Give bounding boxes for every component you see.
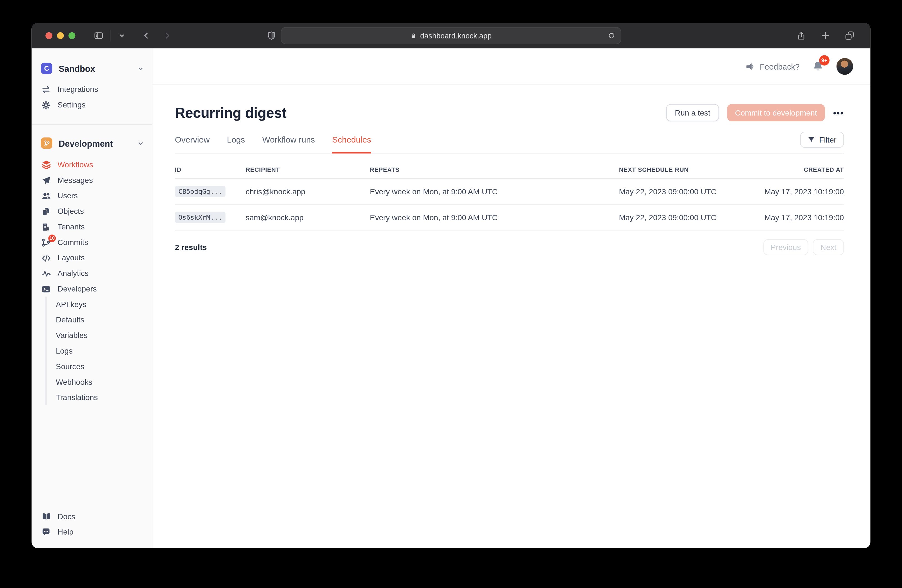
sidebar-item-help[interactable]: Help (32, 524, 152, 540)
objects-icon (41, 206, 51, 216)
account-name: Sandbox (59, 64, 95, 73)
sidebar-item-tenants[interactable]: Tenants (32, 219, 152, 235)
avatar[interactable] (836, 58, 853, 75)
titlebar-divider (110, 30, 110, 41)
megaphone-icon (745, 62, 755, 71)
users-icon (41, 191, 51, 200)
account-switcher[interactable]: C Sandbox (32, 60, 152, 77)
filter-icon (808, 136, 815, 143)
more-options-button[interactable]: ••• (833, 108, 844, 117)
sidebar-item-settings[interactable]: Settings (32, 97, 152, 113)
sidebar-item-objects[interactable]: Objects (32, 203, 152, 219)
tab-overview[interactable]: Overview (175, 135, 210, 153)
notifications-badge: 9+ (819, 55, 830, 66)
table-row[interactable]: CB5odqGg... chris@knock.app Every week o… (175, 179, 844, 205)
feedback-label: Feedback? (759, 62, 800, 71)
browser-window: dashboard.knock.app (32, 23, 871, 548)
sidebar-divider (32, 124, 152, 125)
building-icon (41, 222, 51, 231)
environment-icon (41, 138, 52, 149)
sidebar-toggle-icon[interactable] (90, 28, 106, 44)
sidebar-item-integrations[interactable]: Integrations (32, 81, 152, 97)
sidebar-item-docs[interactable]: Docs (32, 509, 152, 524)
integrations-icon (41, 85, 51, 94)
paper-plane-icon (41, 176, 51, 185)
feedback-button[interactable]: Feedback? (745, 62, 800, 71)
back-button[interactable] (138, 28, 154, 44)
schedule-id: Os6skXrM... (175, 211, 226, 223)
book-icon (41, 512, 51, 521)
code-brackets-icon (41, 253, 51, 263)
next-page-button[interactable]: Next (813, 239, 844, 255)
sidebar-item-messages[interactable]: Messages (32, 173, 152, 188)
sidebar-item-commits[interactable]: 10 Commits (32, 235, 152, 250)
sidebar-item-workflows[interactable]: Workflows (32, 157, 152, 173)
schedule-id: CB5odqGg... (175, 186, 226, 197)
browser-titlebar: dashboard.knock.app (32, 23, 871, 48)
lock-icon (410, 32, 417, 39)
chat-bubble-icon (41, 528, 51, 537)
column-header-repeats: REPEATS (370, 166, 619, 173)
chevron-down-icon (137, 139, 144, 147)
repeats-cell: Every week on Mon, at 9:00 AM UTC (370, 213, 619, 222)
address-bar[interactable]: dashboard.knock.app (281, 27, 622, 44)
sidebar-item-users[interactable]: Users (32, 188, 152, 203)
tab-schedules[interactable]: Schedules (332, 135, 371, 153)
terminal-icon (41, 284, 51, 294)
page-title: Recurring digest (175, 105, 287, 121)
sidebar-item-variables[interactable]: Variables (56, 328, 152, 343)
sidebar-menu-chevron-icon[interactable] (114, 28, 130, 44)
pulse-icon (41, 269, 51, 278)
sidebar-item-webhooks[interactable]: Webhooks (56, 374, 152, 390)
previous-page-button[interactable]: Previous (763, 239, 808, 255)
recipient-cell: chris@knock.app (246, 187, 370, 196)
tab-overview-icon[interactable] (842, 28, 858, 44)
environment-switcher[interactable]: Development (32, 135, 152, 151)
results-count: 2 results (175, 243, 207, 252)
chevron-down-icon (137, 64, 144, 72)
privacy-shield-icon[interactable] (267, 31, 276, 41)
new-tab-icon[interactable] (817, 28, 833, 44)
reload-icon[interactable] (608, 32, 615, 40)
column-header-id: ID (175, 166, 246, 173)
tab-workflow-runs[interactable]: Workflow runs (262, 135, 315, 153)
gear-icon (41, 100, 51, 109)
column-header-recipient: RECIPIENT (246, 166, 370, 173)
sidebar-item-analytics[interactable]: Analytics (32, 266, 152, 281)
column-header-created-at: CREATED AT (804, 166, 844, 173)
forward-button[interactable] (159, 28, 175, 44)
filter-button[interactable]: Filter (800, 132, 844, 148)
repeats-cell: Every week on Mon, at 9:00 AM UTC (370, 187, 619, 196)
minimize-window-button[interactable] (57, 32, 64, 39)
share-icon[interactable] (793, 28, 810, 44)
sidebar-item-layouts[interactable]: Layouts (32, 250, 152, 266)
top-header: Feedback? 9+ (152, 48, 870, 85)
sidebar-item-sources[interactable]: Sources (56, 359, 152, 374)
next-run-cell: May 22, 2023 09:00:00 UTC (619, 213, 764, 222)
notifications-button[interactable]: 9+ (812, 60, 824, 72)
next-run-cell: May 22, 2023 09:00:00 UTC (619, 187, 764, 196)
developers-subnav: API keys Defaults Variables Logs Sources… (45, 297, 152, 405)
url-text: dashboard.knock.app (420, 31, 492, 40)
commit-to-development-button[interactable]: Commit to development (727, 104, 825, 121)
zoom-window-button[interactable] (69, 32, 75, 39)
recipient-cell: sam@knock.app (246, 213, 370, 222)
table-row[interactable]: Os6skXrM... sam@knock.app Every week on … (175, 205, 844, 230)
sidebar-item-defaults[interactable]: Defaults (56, 312, 152, 328)
created-at-cell: May 17, 2023 10:19:00 (764, 187, 844, 196)
sidebar-item-api-keys[interactable]: API keys (56, 297, 152, 312)
screen: dashboard.knock.app (0, 0, 902, 588)
close-window-button[interactable] (45, 32, 52, 39)
tab-bar: Overview Logs Workflow runs Schedules (175, 135, 844, 153)
commits-badge: 10 (48, 235, 56, 242)
workflows-icon (41, 160, 51, 170)
run-a-test-button[interactable]: Run a test (666, 104, 719, 121)
tab-logs[interactable]: Logs (227, 135, 245, 153)
sidebar-item-translations[interactable]: Translations (56, 390, 152, 405)
account-icon: C (41, 63, 52, 74)
window-controls (32, 32, 75, 39)
sidebar-item-developers[interactable]: Developers (32, 281, 152, 297)
created-at-cell: May 17, 2023 10:19:00 (764, 213, 844, 222)
sidebar-item-logs[interactable]: Logs (56, 343, 152, 359)
table-header: ID RECIPIENT REPEATS NEXT SCHEDULE RUN C… (175, 166, 844, 179)
